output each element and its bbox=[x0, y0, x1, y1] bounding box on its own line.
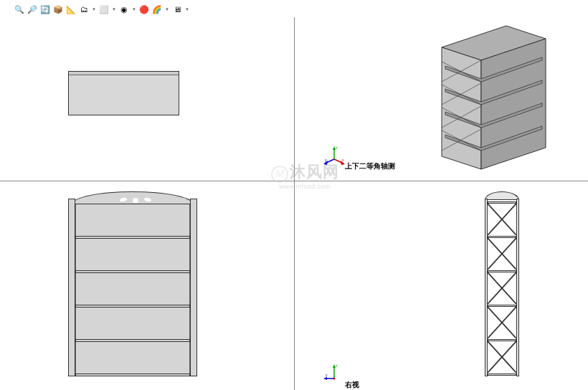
model-top-view[interactable] bbox=[68, 71, 179, 115]
appearance-icon[interactable]: 🔴 bbox=[139, 4, 149, 14]
viewport-bottom-right[interactable]: z y 右视 bbox=[295, 181, 588, 390]
view-orientation-icon[interactable]: 🗂 bbox=[79, 4, 89, 14]
viewport-top-left[interactable] bbox=[0, 17, 294, 181]
svg-line-30 bbox=[488, 307, 516, 338]
dropdown-icon[interactable]: ▼ bbox=[112, 4, 116, 14]
view-label[interactable]: 上下二等角轴测 bbox=[345, 161, 395, 171]
svg-line-26 bbox=[488, 238, 516, 270]
svg-line-25 bbox=[488, 204, 516, 235]
model-front-view[interactable] bbox=[68, 191, 197, 376]
display-style-icon[interactable]: ⬜ bbox=[99, 4, 109, 14]
rotate-icon[interactable]: 🔄 bbox=[40, 4, 50, 14]
viewport-top-right[interactable]: z x y 上下二等角轴测 bbox=[295, 17, 588, 181]
zoom-window-icon[interactable]: 🔍 bbox=[14, 4, 24, 14]
scene-icon[interactable]: 🌈 bbox=[152, 4, 162, 14]
svg-marker-2 bbox=[481, 39, 546, 169]
section-icon[interactable]: 📐 bbox=[66, 4, 76, 14]
svg-line-24 bbox=[488, 204, 516, 235]
view-settings-icon[interactable]: 🖥 bbox=[172, 4, 182, 14]
view-toolbar: 🔍 🔎 🔄 📦 📐 🗂 ▼ ⬜ ▼ ◉ ▼ 🔴 🌈 ▼ 🖥 ▼ bbox=[14, 3, 189, 16]
hide-show-icon[interactable]: ◉ bbox=[119, 4, 129, 14]
watermark: 沐风网 www.mfcad.com bbox=[258, 161, 351, 190]
svg-marker-1 bbox=[442, 47, 481, 169]
svg-text:z: z bbox=[336, 364, 338, 368]
viewport-grid: z x y 上下二等角轴测 bbox=[0, 17, 588, 390]
dropdown-icon[interactable]: ▼ bbox=[185, 4, 189, 14]
dropdown-icon[interactable]: ▼ bbox=[92, 4, 96, 14]
viewport-bottom-left[interactable] bbox=[0, 181, 294, 390]
svg-text:y: y bbox=[326, 373, 328, 377]
dropdown-icon[interactable]: ▼ bbox=[165, 4, 169, 14]
orientation-triad[interactable]: z y bbox=[323, 364, 345, 386]
svg-marker-37 bbox=[323, 377, 327, 380]
view-label[interactable]: 右视 bbox=[345, 380, 359, 390]
svg-line-31 bbox=[488, 307, 516, 338]
model-side-view[interactable] bbox=[485, 191, 519, 376]
pan-icon[interactable]: 📦 bbox=[53, 4, 63, 14]
zoom-fit-icon[interactable]: 🔎 bbox=[27, 4, 37, 14]
watermark-url: www.mfcad.com bbox=[258, 183, 351, 190]
watermark-text: 沐风网 bbox=[290, 163, 339, 181]
svg-text:z: z bbox=[336, 146, 338, 150]
svg-line-27 bbox=[488, 238, 516, 270]
svg-line-28 bbox=[488, 272, 516, 304]
dropdown-icon[interactable]: ▼ bbox=[132, 4, 136, 14]
watermark-logo-icon bbox=[271, 166, 288, 183]
svg-line-29 bbox=[488, 272, 516, 304]
svg-point-38 bbox=[333, 378, 336, 380]
svg-line-32 bbox=[488, 341, 516, 373]
svg-line-33 bbox=[488, 341, 516, 373]
model-isometric-view[interactable] bbox=[435, 19, 556, 173]
